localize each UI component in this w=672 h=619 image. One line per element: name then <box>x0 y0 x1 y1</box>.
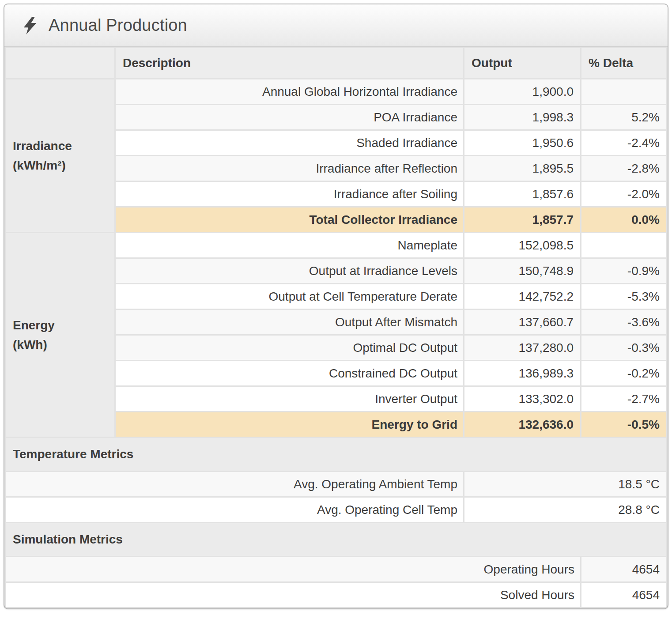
output-cell: 1,900.0 <box>464 79 580 104</box>
description-cell: Output at Cell Temperature Derate <box>116 284 463 309</box>
output-cell: 1,857.7 <box>464 208 580 232</box>
output-cell: 1,857.6 <box>464 182 580 206</box>
description-cell: Solved Hours <box>6 583 580 607</box>
description-cell: Nameplate <box>116 233 463 257</box>
delta-cell: -0.5% <box>581 412 666 437</box>
lightning-bolt-icon <box>22 16 38 35</box>
section-title: Temperature Metrics <box>6 438 666 471</box>
delta-cell: -2.0% <box>581 182 666 206</box>
output-cell: 142,752.2 <box>464 284 580 309</box>
delta-cell: 0.0% <box>581 208 666 232</box>
row-group-label-line: (kWh) <box>13 335 114 354</box>
section-title: Simulation Metrics <box>6 523 666 556</box>
table-row: Energy(kWh)Nameplate152,098.5 <box>6 233 666 257</box>
annual-production-table: Description Output % Delta Irradiance(kW… <box>4 47 668 608</box>
section-header-row: Simulation Metrics <box>6 523 666 556</box>
row-group-label-line: Irradiance <box>13 136 114 155</box>
delta-cell: 5.2% <box>581 105 666 129</box>
annual-production-panel: Annual Production Description Output % D… <box>4 4 668 609</box>
value-cell: 4654 <box>581 557 666 581</box>
delta-cell: -0.2% <box>581 361 666 385</box>
value-cell: 18.5 °C <box>464 472 666 496</box>
corner-header-cell <box>6 48 114 78</box>
delta-cell: -0.3% <box>581 336 666 360</box>
output-cell: 152,098.5 <box>464 233 580 257</box>
description-cell: POA Irradiance <box>116 105 463 129</box>
output-cell: 1,998.3 <box>464 105 580 129</box>
description-cell: Energy to Grid <box>116 412 463 437</box>
delta-cell: -2.4% <box>581 131 666 155</box>
output-cell: 137,280.0 <box>464 336 580 360</box>
panel-title: Annual Production <box>49 16 187 35</box>
output-column-header: Output <box>464 48 580 78</box>
section-header-row: Temperature Metrics <box>6 438 666 471</box>
description-column-header: Description <box>116 48 463 78</box>
table-row: Avg. Operating Cell Temp28.8 °C <box>6 498 666 522</box>
row-group-label: Irradiance(kWh/m²) <box>6 79 114 232</box>
delta-column-header: % Delta <box>581 48 666 78</box>
description-cell: Optimal DC Output <box>116 336 463 360</box>
delta-cell: -2.7% <box>581 387 666 411</box>
delta-cell: -0.9% <box>581 259 666 283</box>
output-cell: 150,748.9 <box>464 259 580 283</box>
table-row: Solved Hours4654 <box>6 583 666 607</box>
output-cell: 136,989.3 <box>464 361 580 385</box>
output-cell: 1,950.6 <box>464 131 580 155</box>
output-cell: 1,895.5 <box>464 156 580 181</box>
row-group-label: Energy(kWh) <box>6 233 114 437</box>
delta-cell: -3.6% <box>581 310 666 334</box>
delta-cell <box>581 79 666 104</box>
row-group-label-line: Energy <box>13 316 114 335</box>
description-cell: Inverter Output <box>116 387 463 411</box>
output-cell: 137,660.7 <box>464 310 580 334</box>
row-group-label-line: (kWh/m²) <box>13 156 114 175</box>
description-cell: Irradiance after Reflection <box>116 156 463 181</box>
description-cell: Avg. Operating Cell Temp <box>6 498 463 522</box>
description-cell: Irradiance after Soiling <box>116 182 463 206</box>
description-cell: Output After Mismatch <box>116 310 463 334</box>
column-header-row: Description Output % Delta <box>6 48 666 78</box>
description-cell: Output at Irradiance Levels <box>116 259 463 283</box>
value-cell: 28.8 °C <box>464 498 666 522</box>
delta-cell <box>581 233 666 257</box>
table-row: Irradiance(kWh/m²)Annual Global Horizont… <box>6 79 666 104</box>
delta-cell: -2.8% <box>581 156 666 181</box>
description-cell: Total Collector Irradiance <box>116 208 463 232</box>
description-cell: Operating Hours <box>6 557 580 581</box>
description-cell: Constrained DC Output <box>116 361 463 385</box>
description-cell: Shaded Irradiance <box>116 131 463 155</box>
table-row: Operating Hours4654 <box>6 557 666 581</box>
output-cell: 132,636.0 <box>464 412 580 437</box>
panel-header: Annual Production <box>4 4 668 47</box>
delta-cell: -5.3% <box>581 284 666 309</box>
description-cell: Avg. Operating Ambient Temp <box>6 472 463 496</box>
description-cell: Annual Global Horizontal Irradiance <box>116 79 463 104</box>
table-row: Avg. Operating Ambient Temp18.5 °C <box>6 472 666 496</box>
output-cell: 133,302.0 <box>464 387 580 411</box>
value-cell: 4654 <box>581 583 666 607</box>
